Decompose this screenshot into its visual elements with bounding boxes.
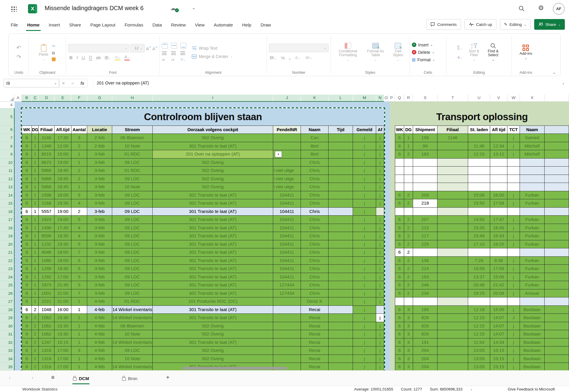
cell-W33[interactable]: j — [507, 346, 520, 355]
cell-U20[interactable]: 17:10 — [468, 240, 490, 249]
column-header-S[interactable]: S — [413, 95, 437, 102]
cell-Y15[interactable] — [545, 199, 569, 208]
cell-U24[interactable]: 13:37 — [468, 273, 490, 281]
cell-Y9[interactable] — [545, 150, 569, 159]
search-icon[interactable] — [518, 5, 525, 12]
cell-H16[interactable]: 09 LDC — [112, 208, 153, 216]
cell-X15[interactable]: Furkan — [520, 199, 545, 208]
column-header-overflow[interactable] — [545, 95, 569, 102]
cell-K12[interactable]: Chris — [301, 175, 329, 183]
cell-W8[interactable]: j — [507, 142, 520, 150]
cell-F34[interactable]: 1 — [71, 355, 87, 363]
cell-S10[interactable] — [413, 159, 437, 167]
column-header-W[interactable]: W — [507, 95, 520, 102]
cell-F7[interactable]: 3 — [71, 134, 87, 142]
cell-X25[interactable]: Furkan — [520, 281, 545, 289]
cell-C10[interactable]: 1 — [32, 159, 39, 167]
left-header-wk[interactable]: WK — [22, 126, 32, 134]
cell-Q7[interactable]: 6 — [395, 134, 404, 142]
italic-icon[interactable]: I — [76, 55, 78, 60]
cell-U13[interactable] — [468, 183, 490, 191]
cell-E21[interactable]: 18:00 — [54, 248, 71, 257]
cell-E9[interactable]: 15:00 — [54, 150, 71, 159]
cell-M15[interactable]: j — [353, 199, 376, 208]
cell-D21[interactable]: 4046 — [39, 248, 54, 257]
cell-I9[interactable]: 201 Over na optoppen (AT) — [153, 150, 273, 159]
cell-D15[interactable]: 1168 — [39, 199, 54, 208]
cell-K15[interactable]: Chris — [301, 199, 329, 208]
left-header-gemeld[interactable]: Gemeld — [353, 126, 376, 134]
status-chevron-icon[interactable]: ⌄ — [470, 388, 473, 391]
cell-E14[interactable]: 18:00 — [54, 191, 71, 200]
cell-B30[interactable]: 6 — [22, 322, 32, 330]
cell-X19[interactable]: Furkan — [520, 232, 545, 240]
cell-S16[interactable] — [413, 208, 437, 216]
merge-center-button[interactable]: Merge & Center ⌄ — [192, 54, 233, 59]
cell-K10[interactable]: Chris — [301, 159, 329, 167]
row-header-27[interactable]: 27 — [0, 297, 15, 306]
cell-R7[interactable]: 1 — [404, 134, 413, 142]
cell-J26[interactable]: 127434 — [273, 289, 301, 298]
cell-L10[interactable] — [329, 159, 353, 167]
cell-I25[interactable]: 301 Transito te laat (AT) — [153, 281, 273, 289]
column-header-C[interactable]: C — [32, 95, 39, 102]
cell-H8[interactable]: 10 Note — [112, 142, 153, 150]
cell-E29[interactable]: 15:30 — [54, 314, 71, 322]
cell-Y16[interactable] — [545, 208, 569, 216]
cell-R21[interactable]: 2 — [404, 248, 413, 257]
cell-G10[interactable]: 3-feb — [87, 159, 112, 167]
cell-W12[interactable] — [507, 175, 520, 183]
cell-C12[interactable]: 1 — [32, 175, 39, 183]
cell-M20[interactable]: j — [353, 240, 376, 249]
cell-E28[interactable]: 16:00 — [54, 306, 71, 314]
cell-J31[interactable] — [273, 330, 301, 338]
cell-H30[interactable]: 06 Bloemen — [112, 322, 153, 330]
cell-H32[interactable]: 14 Winkel inventaris — [112, 338, 153, 347]
cell-Q22[interactable]: 6 — [395, 257, 404, 265]
cell-D9[interactable]: 8515 — [39, 150, 54, 159]
cell-U27[interactable] — [468, 297, 490, 306]
column-header-I[interactable]: I — [153, 95, 273, 102]
cell-M32[interactable]: j — [353, 338, 376, 347]
decrease-decimal-icon[interactable]: .00→ — [305, 56, 312, 59]
cell-D29[interactable]: 1062 — [39, 314, 54, 322]
cell-G9[interactable]: 3-feb — [87, 150, 112, 159]
cell-H26[interactable]: 09 LDC — [112, 289, 153, 298]
formula-input[interactable]: 201 Over na optoppen (AT) — [93, 79, 557, 87]
cell-T35[interactable] — [437, 363, 468, 370]
cell-H9[interactable]: 01 RDC — [112, 150, 153, 159]
cell-Y29[interactable] — [545, 314, 569, 322]
cell-N14[interactable]: j — [376, 191, 384, 200]
settings-gear-icon[interactable]: ⚙ — [538, 4, 544, 12]
left-header-naam[interactable]: Naam — [301, 126, 329, 134]
cell-H14[interactable]: 09 LDC — [112, 191, 153, 200]
cell-B18[interactable]: 6 — [22, 224, 32, 232]
cell-V31[interactable]: 14:07 — [490, 330, 507, 338]
cell-K8[interactable]: Bert — [301, 142, 329, 150]
avatar[interactable]: AF — [553, 3, 565, 15]
cell-C15[interactable]: 1 — [32, 199, 39, 208]
align-top-icon[interactable] — [162, 43, 168, 49]
cell-Y22[interactable] — [545, 257, 569, 265]
cell-M28[interactable]: j — [353, 306, 376, 314]
cell-F28[interactable]: 1 — [71, 306, 87, 314]
cell-J18[interactable]: 104411 — [273, 224, 301, 232]
cell-D14[interactable]: 1598 — [39, 191, 54, 200]
fill-color-icon[interactable]: ◇⌄ — [115, 55, 121, 61]
cell-T21[interactable] — [437, 248, 468, 257]
column-header-P[interactable]: P — [388, 95, 395, 102]
row-header-22[interactable]: 22 — [0, 257, 15, 265]
cell-T14[interactable] — [437, 191, 468, 200]
cell-T30[interactable] — [437, 322, 468, 330]
cell-G14[interactable]: 3-feb — [87, 191, 112, 200]
cell-S27[interactable] — [413, 297, 437, 306]
cell-H29[interactable]: 14 Winkel inventaris — [112, 314, 153, 322]
cell-D34[interactable]: 1316 — [39, 355, 54, 363]
cell-H17[interactable]: 09 LDC — [112, 216, 153, 224]
cell-J28[interactable] — [273, 306, 301, 314]
cell-K35[interactable]: Recai — [301, 363, 329, 370]
cell-Y33[interactable] — [545, 346, 569, 355]
cell-V16[interactable] — [490, 208, 507, 216]
orientation-icon[interactable]: ⤧⌄ — [180, 58, 187, 62]
cell-D35[interactable]: 1316 — [39, 363, 54, 370]
